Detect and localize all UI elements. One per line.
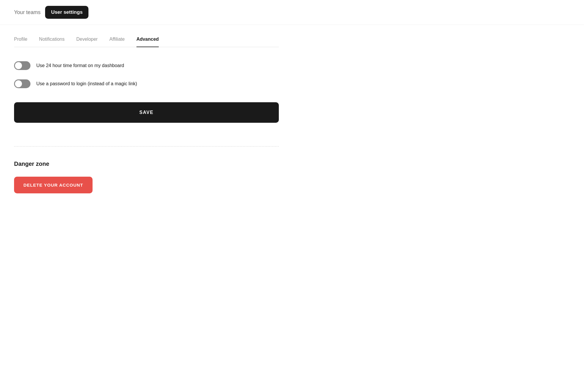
toggle-24h-slider xyxy=(14,61,30,70)
user-settings-nav-button[interactable]: User settings xyxy=(45,6,88,19)
tab-profile[interactable]: Profile xyxy=(14,37,27,47)
advanced-settings-section: Use 24 hour time format on my dashboard … xyxy=(14,61,279,88)
tab-notifications[interactable]: Notifications xyxy=(39,37,64,47)
toggle-password-label: Use a password to login (instead of a ma… xyxy=(36,81,137,86)
tab-advanced[interactable]: Advanced xyxy=(136,37,159,47)
toggle-password-switch[interactable] xyxy=(14,79,30,88)
settings-tabs: Profile Notifications Developer Affiliat… xyxy=(14,37,279,47)
toggle-password-slider xyxy=(14,79,30,88)
tab-affiliate[interactable]: Affiliate xyxy=(109,37,124,47)
top-nav: Your teams User settings xyxy=(0,0,584,25)
toggle-password-row: Use a password to login (instead of a ma… xyxy=(14,79,279,88)
toggle-24h-label: Use 24 hour time format on my dashboard xyxy=(36,63,124,68)
tab-developer[interactable]: Developer xyxy=(76,37,98,47)
danger-zone-divider xyxy=(14,146,279,146)
your-teams-nav[interactable]: Your teams xyxy=(14,9,40,16)
toggle-24h-switch[interactable] xyxy=(14,61,30,70)
save-button[interactable]: SAVE xyxy=(14,102,279,123)
toggle-24h-row: Use 24 hour time format on my dashboard xyxy=(14,61,279,70)
danger-zone-title: Danger zone xyxy=(14,161,279,167)
danger-zone-section: Danger zone DELETE YOUR ACCOUNT xyxy=(14,161,279,193)
main-content: Profile Notifications Developer Affiliat… xyxy=(0,25,293,205)
delete-account-button[interactable]: DELETE YOUR ACCOUNT xyxy=(14,177,93,193)
